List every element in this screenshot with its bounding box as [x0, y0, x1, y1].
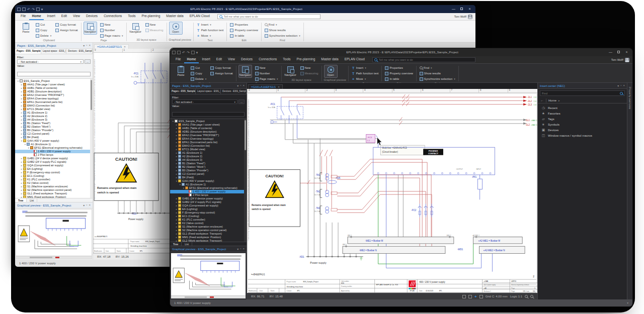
tree-item[interactable]: ▸ S1 (Machine operation enclosure): [170, 225, 244, 229]
insert-center-item[interactable]: ◫ Window macros / symbol macros: [538, 133, 627, 138]
tree-item[interactable]: ▸ GQA (Compressed air supply): [15, 164, 90, 167]
panel-pin-icon[interactable]: ▫: [240, 247, 241, 251]
tree-item[interactable]: ▸ EFA2 (Overview "PROFINET"): [170, 134, 244, 137]
page-number-button[interactable]: Number: [99, 28, 124, 33]
add-icon[interactable]: +: [474, 295, 477, 298]
dock-tab[interactable]: Devices - ESS_Sample_...: [66, 49, 93, 54]
open-preview-button[interactable]: Open: [169, 22, 183, 35]
panel-close-icon[interactable]: ×: [89, 44, 91, 47]
measuring-button[interactable]: Measuring: [299, 71, 319, 76]
copy-button[interactable]: Copy: [35, 28, 52, 33]
tell-me-search[interactable]: [217, 14, 320, 19]
tree-item[interactable]: ▸ AAA1 (Title page / cover sheet): [170, 123, 244, 127]
tree-item[interactable]: ▸ EA (Lighting): [15, 167, 90, 171]
panel-close-icon[interactable]: ×: [243, 84, 245, 87]
qat-open-icon[interactable]: [177, 51, 181, 54]
tree-item[interactable]: ▸ MM1 (Feed workpiece: Position): [15, 195, 90, 198]
space-navigator-button[interactable]: Navigator: [284, 65, 297, 78]
panel-pin-icon[interactable]: ▫: [86, 203, 87, 207]
tree-item[interactable]: ▸ F (Emergency-stop control): [170, 211, 244, 215]
tree-scrollbar[interactable]: [244, 119, 247, 242]
tree-item[interactable]: ▸ K2 (Valve control): [15, 181, 90, 185]
tree-item[interactable]: ▸ B4 (Field): [15, 136, 90, 139]
menu-tab[interactable]: View: [70, 13, 83, 20]
tell-me-search[interactable]: [372, 57, 475, 62]
menu-tab[interactable]: View: [225, 56, 237, 63]
tree-item[interactable]: 1 400 / 230 V power supply: [170, 190, 244, 193]
panel-pin-icon[interactable]: ▫: [240, 84, 241, 87]
space-new-button[interactable]: New: [299, 65, 319, 70]
property-overview-button[interactable]: Property overview: [384, 71, 414, 76]
page-number-button[interactable]: Number: [254, 71, 279, 76]
cut-button[interactable]: Cut: [35, 22, 52, 27]
menu-tab[interactable]: Connections: [101, 13, 124, 20]
tree-item[interactable]: ▾ A1 (Enclosure 1): [15, 143, 90, 146]
tree-item[interactable]: ▸ GL1 (Feed workpiece: Transport): [170, 232, 244, 236]
menu-tab[interactable]: Connections: [256, 56, 279, 63]
tree-item[interactable]: ▸ GAB2 (24 V supply PLC signals): [15, 160, 90, 164]
qat-grid-icon[interactable]: [191, 51, 195, 54]
dock-tab[interactable]: Layout space - ESS_Sa...: [196, 89, 221, 94]
pin-alt-icon[interactable]: [468, 295, 472, 298]
user-chip[interactable]: Tom Wolff: [454, 15, 472, 19]
open-preview-button[interactable]: Open: [324, 65, 338, 78]
filter-value-input[interactable]: [172, 112, 245, 117]
tree-item[interactable]: ▸ ADB1 (Structure description): [170, 130, 244, 134]
properties-button[interactable]: Properties: [384, 65, 414, 70]
panel-dropdown-icon[interactable]: ▾: [237, 84, 238, 87]
qat-open-icon[interactable]: [22, 8, 26, 11]
tell-me-input[interactable]: [224, 15, 318, 18]
paste-button[interactable]: Paste: [174, 65, 188, 78]
user-chip[interactable]: Tom Wolff: [611, 58, 629, 62]
tree-item[interactable]: ▸ K2 (Valve control): [170, 222, 244, 225]
panel-pin-icon[interactable]: ▫: [86, 44, 87, 47]
filter-value-input[interactable]: [17, 72, 91, 76]
tree-item[interactable]: ▸ C2 (Control panel): [15, 132, 90, 136]
dock-tab[interactable]: Devices - ESS_Sample_...: [221, 89, 247, 94]
menu-tab[interactable]: Devices: [238, 56, 255, 63]
tree-item[interactable]: ▸ EA (Lighting): [170, 207, 244, 211]
space-new-button[interactable]: New: [144, 22, 165, 27]
undo-icon[interactable]: ↶: [182, 51, 185, 54]
tree-item[interactable]: ▸ EMA3 (Connection list): [170, 144, 244, 148]
tree-item[interactable]: ▾ GAA (400 V power supply): [15, 139, 90, 143]
space-navigator-button[interactable]: Navigator: [129, 22, 142, 35]
minimize-button[interactable]: —: [607, 49, 614, 55]
show-results-button[interactable]: Show results: [264, 28, 301, 33]
tree-item[interactable]: ▸ GAB1 (24 V device power supply): [170, 197, 244, 200]
tree-item[interactable]: ▾ GAA (400 V power supply): [170, 179, 244, 183]
dock-tab[interactable]: Pages - ESS_Sample_P...: [170, 89, 196, 94]
filter-more-button[interactable]: ...: [85, 59, 91, 64]
menu-tab[interactable]: Home: [184, 56, 198, 63]
tree-item[interactable]: ▸ K1 (PLC controller): [170, 218, 244, 222]
path-function-text-button[interactable]: TPath function text: [351, 71, 380, 76]
tell-me-input[interactable]: [379, 58, 473, 61]
page-new-button[interactable]: New: [254, 65, 279, 70]
tree-item[interactable]: ▸ GAB2 (24 V supply PLC signals): [170, 200, 244, 204]
qat-grid-icon[interactable]: [36, 8, 40, 11]
tree-item[interactable]: ▸ B2 (Station "Work"): [15, 125, 90, 129]
grid-toggle-icon[interactable]: [479, 295, 483, 298]
tree-item[interactable]: ▸ A2 (Enclosure 2): [170, 155, 244, 158]
tree-item[interactable]: ▸ EFA2 (Overview "PROFINET"): [15, 93, 90, 97]
tree-item[interactable]: ▸ AAB1 (Table of contents): [15, 86, 90, 90]
tree-item[interactable]: ▾ ESS_Sample_Project: [15, 79, 90, 83]
tree-item[interactable]: ▸ GAB1 (24 V device power supply): [15, 157, 90, 160]
breadcrumb-home[interactable]: Home: [548, 99, 556, 102]
tree-item[interactable]: ▾ ESS_Sample_Project: [170, 120, 244, 123]
tree-item[interactable]: ▸ GL1 (Feed workpiece: Transport): [15, 192, 90, 195]
menu-tab[interactable]: Tools: [125, 13, 138, 20]
tree-item[interactable]: 1 400 / 230 V power supply: [15, 150, 90, 153]
tree-item[interactable]: 2 Pilot lamps: [15, 153, 90, 157]
filter-more-button[interactable]: ...: [238, 99, 245, 104]
cut-button[interactable]: Cut: [190, 65, 207, 70]
delete-button[interactable]: Delete▾: [35, 33, 52, 38]
measuring-button[interactable]: Measuring: [144, 28, 165, 33]
tab-close-icon[interactable]: ×: [124, 45, 126, 48]
tree-item[interactable]: 2 Pilot lamps: [170, 193, 244, 197]
tab-close-icon[interactable]: ×: [278, 85, 280, 88]
pin-icon[interactable]: [462, 295, 466, 298]
text-insert-button[interactable]: TInsert▾: [351, 65, 380, 70]
filter-select[interactable]: - Not activated -▾: [172, 99, 237, 104]
paste-button[interactable]: Paste: [19, 22, 33, 35]
